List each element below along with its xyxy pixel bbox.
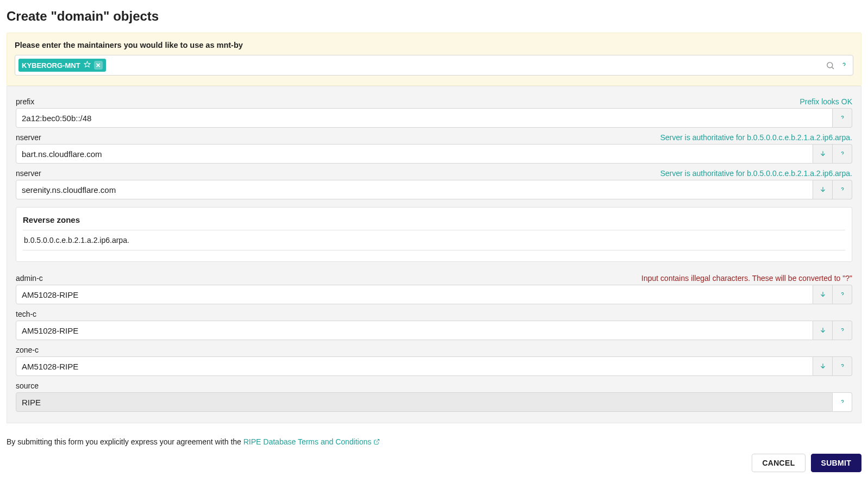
- mntby-input[interactable]: KYBERORG-MNT ✕: [15, 55, 853, 76]
- nserver2-hint: Server is authoritative for b.0.5.0.0.c.…: [660, 169, 852, 178]
- cancel-button[interactable]: CANCEL: [752, 454, 805, 472]
- techc-label: tech-c: [16, 310, 36, 318]
- nserver1-label: nserver: [16, 133, 41, 142]
- help-icon[interactable]: [839, 60, 850, 71]
- nserver2-label: nserver: [16, 169, 41, 178]
- prefix-hint: Prefix looks OK: [800, 97, 852, 106]
- help-icon[interactable]: [833, 285, 852, 304]
- search-icon[interactable]: [825, 60, 835, 71]
- external-link-icon: [373, 438, 380, 445]
- maintainer-tag: KYBERORG-MNT ✕: [18, 59, 106, 72]
- copy-down-icon[interactable]: [813, 144, 833, 164]
- star-icon[interactable]: [84, 61, 91, 70]
- svg-line-2: [832, 67, 833, 68]
- help-icon[interactable]: [833, 180, 852, 199]
- prefix-label: prefix: [16, 97, 34, 106]
- field-zone-c: zone-c: [16, 346, 852, 376]
- remove-tag-icon[interactable]: ✕: [94, 61, 103, 70]
- form-area: prefix Prefix looks OK nserver Server is…: [7, 86, 861, 423]
- terms-prefix: By submitting this form you explicitly e…: [7, 437, 243, 446]
- help-icon[interactable]: [833, 108, 852, 128]
- source-input: [16, 392, 833, 412]
- field-source: source: [16, 381, 852, 412]
- nserver2-input[interactable]: [16, 180, 813, 199]
- reverse-zones-title: Reverse zones: [23, 215, 845, 224]
- reverse-zone-item: b.0.5.0.0.c.e.b.2.1.a.2.ip6.arpa.: [23, 230, 845, 250]
- nserver1-input[interactable]: [16, 144, 813, 164]
- adminc-hint: Input contains illegal characters. These…: [641, 274, 852, 283]
- help-icon[interactable]: [833, 392, 852, 412]
- zonec-input[interactable]: [16, 356, 813, 376]
- copy-down-icon[interactable]: [813, 180, 833, 199]
- field-tech-c: tech-c: [16, 310, 852, 340]
- adminc-input[interactable]: [16, 285, 813, 304]
- copy-down-icon[interactable]: [813, 356, 833, 376]
- field-nserver-1: nserver Server is authoritative for b.0.…: [16, 133, 852, 164]
- reverse-zones-block: Reverse zones b.0.5.0.0.c.e.b.2.1.a.2.ip…: [16, 207, 852, 262]
- help-icon[interactable]: [833, 144, 852, 164]
- nserver1-hint: Server is authoritative for b.0.5.0.0.c.…: [660, 133, 852, 142]
- techc-input[interactable]: [16, 321, 813, 340]
- adminc-label: admin-c: [16, 274, 43, 283]
- svg-marker-0: [84, 61, 90, 67]
- mntby-label: Please enter the maintainers you would l…: [15, 41, 853, 49]
- field-nserver-2: nserver Server is authoritative for b.0.…: [16, 169, 852, 199]
- terms-text: By submitting this form you explicitly e…: [7, 437, 861, 446]
- field-admin-c: admin-c Input contains illegal character…: [16, 274, 852, 304]
- field-prefix: prefix Prefix looks OK: [16, 97, 852, 128]
- page-title: Create "domain" objects: [7, 9, 861, 24]
- copy-down-icon[interactable]: [813, 321, 833, 340]
- terms-link[interactable]: RIPE Database Terms and Conditions: [243, 437, 380, 446]
- prefix-input[interactable]: [16, 108, 833, 128]
- form-actions: CANCEL SUBMIT: [7, 454, 861, 472]
- source-label: source: [16, 381, 39, 390]
- submit-button[interactable]: SUBMIT: [811, 454, 861, 472]
- zonec-label: zone-c: [16, 346, 39, 354]
- mntby-panel: Please enter the maintainers you would l…: [7, 33, 861, 86]
- svg-line-16: [376, 440, 379, 443]
- help-icon[interactable]: [833, 356, 852, 376]
- copy-down-icon[interactable]: [813, 285, 833, 304]
- maintainer-tag-label: KYBERORG-MNT: [22, 61, 80, 70]
- svg-point-1: [827, 62, 832, 67]
- help-icon[interactable]: [833, 321, 852, 340]
